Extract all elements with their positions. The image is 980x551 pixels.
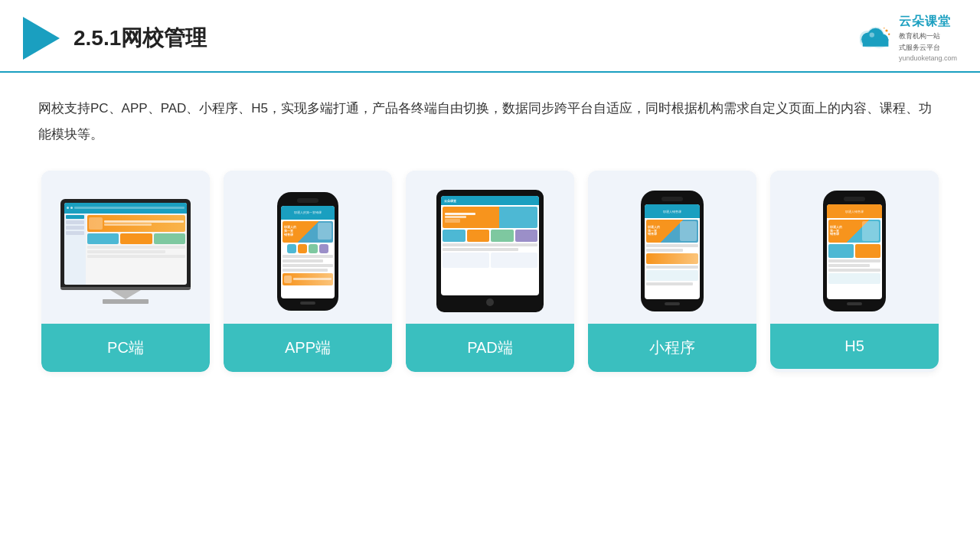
cards-row: PC端 职通人的第一堂销课 职通人的第一堂销售课 — [38, 171, 942, 372]
card-pad-label: PAD端 — [406, 324, 574, 372]
svg-rect-8 — [863, 39, 889, 47]
miniprogram-phone-mock: 职通人销售课 职通人的第一堂销售课 — [641, 191, 704, 311]
card-app-image: 职通人的第一堂销课 职通人的第一堂销售课 — [224, 171, 392, 324]
description: 网校支持PC、APP、PAD、小程序、H5，实现多端打通，产品各终端自由切换，数… — [38, 96, 942, 148]
card-h5-image: 职通人销售课 职通人的第一堂销售课 — [770, 171, 939, 324]
brand-logo: 云朵课堂 教育机构一站 式服务云平台 yunduoketang.com — [856, 14, 957, 62]
header: 2.5.1网校管理 — [0, 0, 980, 73]
brand-sub2: 式服务云平台 — [899, 43, 940, 53]
app-phone-mock: 职通人的第一堂销课 职通人的第一堂销售课 — [277, 192, 338, 311]
h5-phone-mock: 职通人销售课 职通人的第一堂销售课 — [823, 191, 886, 311]
app-phone-screen: 职通人的第一堂销课 职通人的第一堂销售课 — [281, 206, 335, 298]
tablet-mock: 云朵课堂 — [436, 190, 544, 312]
svg-point-12 — [884, 28, 885, 29]
header-left: 2.5.1网校管理 — [23, 17, 207, 60]
card-miniprogram: 职通人销售课 职通人的第一堂销售课 — [588, 171, 756, 372]
h5-phone-screen: 职通人销售课 职通人的第一堂销售课 — [827, 204, 882, 299]
card-pc: PC端 — [41, 171, 210, 372]
tablet-screen: 云朵课堂 — [441, 196, 539, 295]
miniprogram-home-bar — [665, 302, 680, 305]
card-miniprogram-label: 小程序 — [588, 324, 756, 372]
h5-phone-notch — [844, 197, 865, 201]
card-pc-label: PC端 — [41, 324, 210, 372]
svg-point-11 — [888, 33, 890, 34]
card-h5: 职通人销售课 职通人的第一堂销售课 — [770, 171, 939, 372]
logo-triangle-icon — [23, 17, 60, 60]
header-right: 云朵课堂 教育机构一站 式服务云平台 yunduoketang.com — [856, 14, 957, 62]
card-app-label: APP端 — [224, 324, 392, 372]
brand-text: 云朵课堂 教育机构一站 式服务云平台 yunduoketang.com — [899, 14, 957, 62]
card-pc-image — [41, 171, 210, 324]
card-h5-label: H5 — [770, 324, 939, 369]
phone-notch — [297, 198, 318, 203]
pc-stand-top — [110, 290, 141, 299]
card-pad: 云朵课堂 — [406, 171, 574, 372]
brand-sub1: 教育机构一站 — [899, 31, 940, 41]
pc-base — [103, 299, 149, 304]
pc-screen-outer — [60, 199, 191, 287]
miniprogram-phone-notch — [662, 197, 683, 201]
svg-point-9 — [870, 32, 874, 37]
h5-home-bar — [847, 302, 862, 305]
card-miniprogram-image: 职通人销售课 职通人的第一堂销售课 — [588, 171, 756, 324]
cloud-icon — [856, 24, 893, 52]
card-app: 职通人的第一堂销课 职通人的第一堂销售课 — [224, 171, 392, 372]
brand-name: 云朵课堂 — [899, 14, 951, 30]
brand-url: yunduoketang.com — [899, 54, 957, 62]
miniprogram-phone-screen: 职通人销售课 职通人的第一堂销售课 — [645, 204, 700, 299]
content: 网校支持PC、APP、PAD、小程序、H5，实现多端打通，产品各终端自由切换，数… — [0, 73, 980, 387]
page-title: 2.5.1网校管理 — [74, 24, 207, 53]
tablet-home-button — [486, 298, 494, 306]
pc-mock — [60, 199, 191, 304]
pc-screen-inner — [64, 203, 187, 285]
phone-home-bar — [300, 302, 315, 305]
svg-point-10 — [885, 29, 887, 31]
card-pad-image: 云朵课堂 — [406, 171, 574, 324]
